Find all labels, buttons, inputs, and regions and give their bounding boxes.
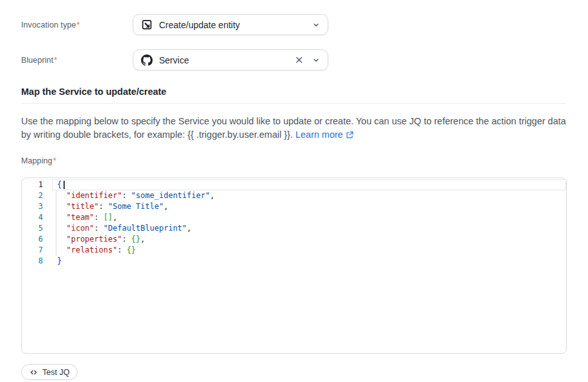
- blueprint-select[interactable]: Service: [133, 49, 328, 71]
- blueprint-label: Blueprint*: [21, 56, 133, 65]
- invocation-type-value: Create/update entity: [159, 20, 306, 30]
- editor-line[interactable]: 5 "icon": "DefaultBlueprint",: [22, 223, 566, 234]
- mapping-label: Mapping*: [21, 156, 567, 165]
- action-mapping-form: Invocation type* Create/update entity Bl…: [0, 14, 588, 382]
- line-number: 8: [22, 256, 52, 267]
- invocation-type-row: Invocation type* Create/update entity: [21, 14, 567, 35]
- github-icon: [141, 54, 153, 66]
- editor-line[interactable]: 6 "properties": {},: [22, 234, 566, 245]
- editor-lines: 1{2 "identifier": "some_identifier",3 "t…: [22, 179, 566, 267]
- chevron-down-icon[interactable]: [312, 21, 320, 29]
- learn-more-label: Learn more: [296, 129, 343, 140]
- editor-line[interactable]: 2 "identifier": "some_identifier",: [22, 190, 566, 201]
- entity-import-icon: [141, 19, 153, 31]
- code-line: {: [52, 179, 566, 190]
- code-line: "properties": {},: [52, 234, 566, 245]
- description-text: Use the mapping below to specify the Ser…: [21, 116, 566, 140]
- line-number: 7: [22, 245, 52, 256]
- line-number: 5: [22, 223, 52, 234]
- code-line: "title": "Some Title",: [52, 201, 566, 212]
- line-number: 1: [22, 179, 52, 190]
- code-line: "relations": {}: [52, 245, 566, 256]
- code-line: "identifier": "some_identifier",: [52, 190, 566, 201]
- editor-line[interactable]: 3 "title": "Some Title",: [22, 201, 566, 212]
- invocation-type-label: Invocation type*: [21, 21, 133, 29]
- invocation-type-select[interactable]: Create/update entity: [133, 14, 328, 35]
- external-link-icon: [346, 131, 354, 139]
- required-asterisk: *: [53, 156, 56, 165]
- required-asterisk: *: [54, 56, 57, 65]
- test-jq-label: Test JQ: [42, 368, 69, 377]
- mapping-label-text: Mapping: [21, 156, 53, 165]
- mapping-code-editor[interactable]: 1{2 "identifier": "some_identifier",3 "t…: [21, 178, 567, 354]
- line-number: 2: [22, 190, 52, 201]
- line-number: 4: [22, 212, 52, 223]
- blueprint-value: Service: [159, 55, 289, 65]
- code-line: "icon": "DefaultBlueprint",: [52, 223, 566, 234]
- code-brackets-icon: [29, 369, 38, 376]
- blueprint-label-text: Blueprint: [21, 56, 53, 65]
- editor-line[interactable]: 4 "team": [],: [22, 212, 566, 223]
- code-line: }: [52, 256, 566, 267]
- line-number: 6: [22, 234, 52, 245]
- section-description: Use the mapping below to specify the Ser…: [21, 115, 567, 142]
- clear-selection-icon[interactable]: [295, 56, 303, 64]
- section-heading: Map the Service to update/create: [21, 87, 567, 97]
- learn-more-link[interactable]: Learn more: [296, 129, 354, 140]
- editor-line[interactable]: 7 "relations": {}: [22, 245, 566, 256]
- code-line: "team": [],: [52, 212, 566, 223]
- test-jq-button[interactable]: Test JQ: [21, 364, 78, 380]
- blueprint-row: Blueprint* Service: [21, 49, 567, 71]
- invocation-type-label-text: Invocation type: [21, 21, 76, 29]
- required-asterisk: *: [77, 21, 80, 29]
- section-divider: [21, 103, 567, 104]
- editor-line[interactable]: 1{: [22, 179, 566, 190]
- chevron-down-icon[interactable]: [312, 56, 320, 64]
- text-cursor: [63, 181, 65, 189]
- line-number: 3: [22, 201, 52, 212]
- editor-line[interactable]: 8}: [22, 256, 566, 267]
- indent-guide: [56, 190, 56, 256]
